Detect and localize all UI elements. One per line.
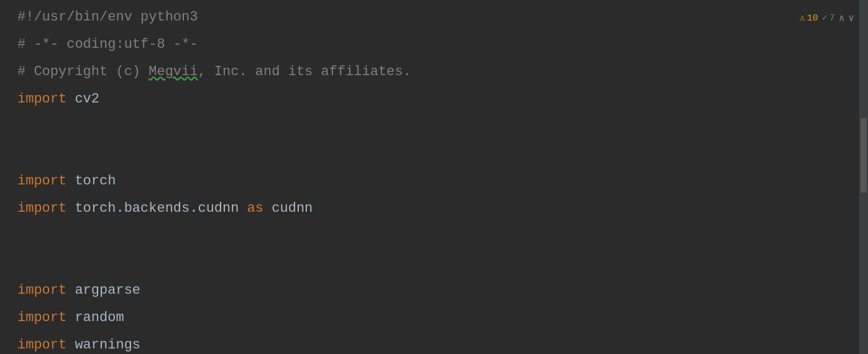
gutter: [0, 0, 11, 354]
code-line: [17, 222, 859, 250]
check-count: 7: [829, 5, 835, 32]
code-line: import argparse: [17, 277, 859, 304]
token: argparse: [66, 277, 140, 304]
warning-icon: ⚠: [800, 5, 805, 32]
token: import: [17, 332, 66, 354]
top-right-indicators: ⚠ 10 ✓ 7 ∧ ∨: [800, 5, 854, 32]
token: warnings: [66, 332, 140, 354]
code-line: # Copyright (c) Megvii, Inc. and its aff…: [17, 58, 859, 86]
token: import: [17, 304, 66, 332]
code-line: import torch.backends.cudnn as cudnn: [17, 195, 859, 222]
check-indicator: ✓ 7: [822, 5, 835, 32]
token: random: [66, 304, 124, 332]
scrollbar-thumb[interactable]: [861, 118, 867, 193]
scroll-up-button[interactable]: ∧: [839, 5, 845, 32]
token: as: [247, 195, 263, 222]
token: # -*- coding:utf-8 -*-: [17, 31, 198, 58]
code-area: #!/usr/bin/env python3# -*- coding:utf-8…: [11, 0, 859, 354]
code-line: import torch: [17, 168, 859, 195]
token: import: [17, 195, 66, 222]
token: torch: [66, 168, 116, 195]
code-line: import cv2: [17, 86, 859, 113]
scroll-down-button[interactable]: ∨: [848, 5, 854, 32]
token: , Inc. and its affiliates.: [198, 58, 411, 86]
code-line: import random: [17, 304, 859, 332]
code-line: [17, 140, 859, 168]
scrollbar[interactable]: [859, 0, 868, 354]
token: import: [17, 86, 66, 113]
warning-count: 10: [807, 5, 818, 32]
token: cudnn: [263, 195, 313, 222]
editor-container: #!/usr/bin/env python3# -*- coding:utf-8…: [0, 0, 868, 354]
token: torch.backends.cudnn: [66, 195, 247, 222]
token: import: [17, 168, 66, 195]
token: Megvii: [148, 58, 198, 86]
token: # Copyright (c): [17, 58, 148, 86]
check-icon: ✓: [822, 5, 828, 32]
code-line: #!/usr/bin/env python3: [17, 4, 859, 31]
token: import: [17, 277, 66, 304]
code-line: [17, 250, 859, 277]
code-line: # -*- coding:utf-8 -*-: [17, 31, 859, 58]
warning-indicator: ⚠ 10: [800, 5, 818, 32]
code-line: import warnings: [17, 332, 859, 354]
token: cv2: [66, 86, 99, 113]
code-line: [17, 113, 859, 140]
token: #!/usr/bin/env python3: [17, 4, 198, 31]
